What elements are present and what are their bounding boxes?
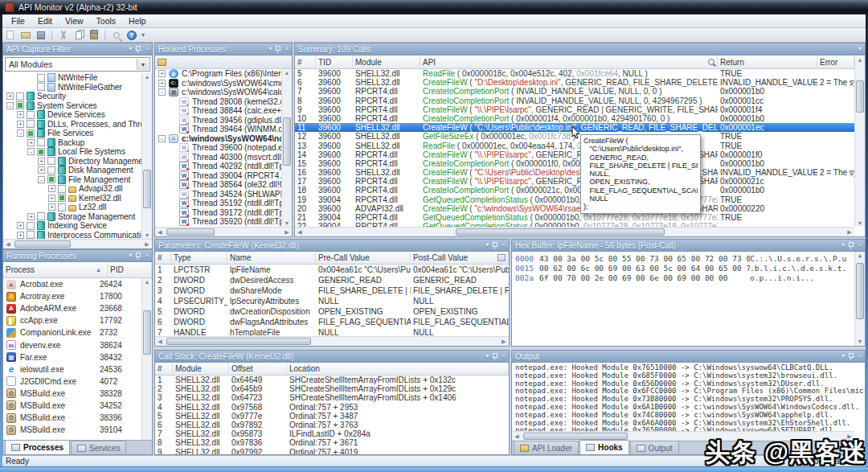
- hooked-tree-hscrollbar[interactable]: ◀ ▶: [155, 227, 292, 236]
- panel-titlebar[interactable]: Running Processes ▾ ×: [3, 250, 152, 262]
- callstack-row[interactable]: 9 SHELL32.dll 0x97992 Ordinal:757 + 4019: [155, 448, 509, 455]
- close-icon[interactable]: ×: [502, 353, 506, 359]
- summary-row[interactable]: 8 39600 RPCRT4.dll CreateIoCompletionPor…: [295, 96, 854, 105]
- summary-row[interactable]: 19 39004 RPCRT4.dll GetQueuedCompletionS…: [295, 195, 854, 204]
- process-list-vscrollbar[interactable]: ▲ ▼: [141, 278, 152, 454]
- hooked-tree-item[interactable]: + c:\windows\SysWOW64\cmd.exe (Term: [155, 79, 281, 88]
- filter-checkbox[interactable]: [27, 129, 35, 137]
- filter-tree-item[interactable]: + Security: [3, 92, 141, 101]
- hooked-tree-item[interactable]: Thread 35920 (ntdll.dll!TpCallback: [155, 217, 281, 227]
- hooked-tree-item[interactable]: Thread 39600 (notepad.exe+0x31E: [155, 143, 281, 153]
- menu-item[interactable]: Help: [122, 15, 153, 27]
- filter-checkbox[interactable]: [58, 185, 66, 193]
- close-icon[interactable]: ×: [858, 242, 862, 248]
- close-icon[interactable]: ×: [285, 46, 289, 52]
- grid-icon[interactable]: [497, 254, 506, 261]
- filter-checkbox[interactable]: [58, 194, 66, 202]
- scroll-up-icon[interactable]: ▲: [142, 279, 152, 285]
- summary-hscrollbar[interactable]: ◀ ▶: [295, 227, 854, 236]
- paste-button[interactable]: [87, 29, 100, 41]
- scrollbar-thumb[interactable]: [166, 228, 215, 236]
- process-row[interactable]: Acrotray.exe 17800: [3, 290, 141, 302]
- tab-api-loader[interactable]: API Loader: [514, 441, 579, 454]
- expand-toggle-icon[interactable]: -: [6, 102, 14, 109]
- filter-tree-item[interactable]: + Disk Management: [3, 166, 141, 175]
- scroll-right-icon[interactable]: ▶: [845, 229, 854, 236]
- expand-toggle-icon[interactable]: +: [27, 213, 35, 220]
- panel-titlebar[interactable]: Summary: 109 Calls ▾: [295, 43, 865, 55]
- pin-icon[interactable]: [492, 352, 498, 360]
- summary-row[interactable]: 6 39600 SHELL32.dll CreateFileW ( "D:\De…: [295, 78, 854, 87]
- panel-menu-button[interactable]: ▾: [129, 252, 132, 259]
- expand-toggle-icon[interactable]: +: [17, 121, 24, 128]
- process-row[interactable]: MSBuild.exe 39104: [3, 424, 141, 436]
- pin-icon[interactable]: [848, 241, 854, 249]
- filter-tree-item[interactable]: - Local File Systems: [3, 147, 141, 157]
- panel-menu-button[interactable]: ▾: [268, 46, 272, 52]
- parameter-row[interactable]: 4 LPSECURITY_AT... lpSecurityAttributes …: [155, 296, 509, 306]
- hooked-tree-item[interactable]: Thread 39464 (WINMM.dll!timeEnd: [155, 125, 281, 134]
- column-header-num[interactable]: #: [295, 55, 316, 68]
- expand-toggle-icon[interactable]: +: [158, 80, 166, 87]
- scroll-down-icon[interactable]: ▼: [855, 339, 865, 345]
- summary-row[interactable]: 7 39600 RPCRT4.dll CreateIoCompletionPor…: [295, 87, 854, 96]
- callstack-row[interactable]: 2 SHELL32.dll 0x645b9 SHCreateShellItemA…: [155, 384, 509, 393]
- close-icon[interactable]: ×: [502, 242, 506, 248]
- search-icon[interactable]: [708, 59, 714, 65]
- hooked-tree-item[interactable]: Thread 39172 (ntdll.dll!TpCallback: [155, 208, 281, 218]
- expand-toggle-icon[interactable]: +: [17, 232, 24, 239]
- panel-titlebar[interactable]: Hooked Processes ▾ ×: [155, 43, 292, 55]
- panel-menu-button[interactable]: ▾: [485, 353, 489, 359]
- window-titlebar[interactable]: API Monitor v2 (Alpha-r2) 32-bit: [0, 0, 868, 14]
- column-header-pid[interactable]: PID: [108, 262, 152, 277]
- new-file-button[interactable]: [3, 29, 17, 41]
- scroll-left-icon[interactable]: ◀: [155, 339, 165, 345]
- scrollbar-thumb[interactable]: [143, 170, 151, 208]
- filter-tree-item[interactable]: NtWriteFileGather: [3, 83, 141, 92]
- hex-dump[interactable]: 0000 43 00 3a 00 5c 00 55 00 73 00 65 00…: [512, 252, 865, 346]
- summary-row[interactable]: 5 39600 SHELL32.dll ReadFile ( 0x0000018…: [295, 69, 854, 78]
- column-header-postcall[interactable]: Post-Call Value: [411, 252, 509, 264]
- hooked-tree-item[interactable]: Thread 40292 (ntdll.dll!TpCallback: [155, 162, 281, 171]
- filter-tree-item[interactable]: + Advapi32.dll: [3, 184, 141, 194]
- filter-tree-item[interactable]: - File Management: [3, 175, 141, 185]
- filter-checkbox[interactable]: [16, 92, 24, 101]
- filter-tree-item[interactable]: NtWriteFile: [3, 73, 141, 83]
- menu-item[interactable]: Tools: [90, 15, 123, 27]
- summary-row[interactable]: 13 39600 SHELL32.dll ReadFile ( 0x000001…: [295, 142, 854, 150]
- scrollbar-thumb[interactable]: [166, 338, 311, 345]
- chevron-down-icon[interactable]: ▼: [137, 59, 149, 70]
- callstack-row[interactable]: 5 SHELL32.dll 0x9777e Ordinal:757 + 3487: [155, 412, 509, 421]
- process-row[interactable]: Acrobat.exe 26424: [3, 278, 141, 290]
- panel-titlebar[interactable]: Hex Buffer: lpFileName - 56 bytes (Post-…: [512, 240, 865, 252]
- panel-menu-button[interactable]: ▾: [129, 46, 132, 52]
- process-row[interactable]: CompanionLink.exe 2732: [3, 326, 141, 339]
- filter-checkbox[interactable]: [37, 212, 45, 220]
- scroll-down-icon[interactable]: ▼: [282, 220, 292, 226]
- hooked-tree-item[interactable]: Thread 38844 (calc.exe+0x3830B): [155, 106, 281, 116]
- summary-row[interactable]: 15 39600 RPCRT4.dll CreateIoCompletionPo…: [295, 159, 854, 168]
- filter-checkbox[interactable]: [47, 166, 55, 174]
- process-row[interactable]: AdobeARM.exe 23668: [3, 302, 141, 314]
- scroll-right-icon[interactable]: ▶: [282, 229, 292, 236]
- filter-checkbox[interactable]: [27, 231, 35, 239]
- column-header-error[interactable]: Error: [817, 55, 854, 68]
- expand-toggle-icon[interactable]: +: [38, 166, 45, 174]
- expand-toggle-icon[interactable]: +: [158, 70, 166, 77]
- expand-toggle-icon[interactable]: +: [48, 185, 55, 192]
- process-row[interactable]: MSBuild.exe 38396: [3, 412, 141, 424]
- summary-row[interactable]: 16 39600 SHELL32.dll CreateFileW ( "C:\U…: [295, 168, 854, 177]
- hooked-tree-item[interactable]: - c:\windows\SysWOW64\notepad.exe: [155, 134, 281, 144]
- hooked-tree-item[interactable]: Thread 35192 (ntdll.dll!TpCallback: [155, 199, 281, 208]
- scroll-left-icon[interactable]: ◀: [295, 229, 305, 236]
- expand-toggle-icon[interactable]: -: [27, 148, 35, 155]
- filter-tree-item[interactable]: - File Services: [3, 129, 141, 138]
- help-button[interactable]: [125, 29, 138, 41]
- column-header-module[interactable]: Module: [173, 363, 229, 375]
- hooked-tree-item[interactable]: - c:\windows\SysWOW64\calc.exe (Term: [155, 88, 281, 97]
- monitor-process-icon[interactable]: [158, 59, 166, 66]
- scroll-up-icon[interactable]: ▲: [142, 74, 152, 80]
- menu-item[interactable]: File: [5, 15, 31, 27]
- scrollbar-thumb[interactable]: [856, 263, 864, 319]
- close-icon[interactable]: ×: [858, 353, 862, 359]
